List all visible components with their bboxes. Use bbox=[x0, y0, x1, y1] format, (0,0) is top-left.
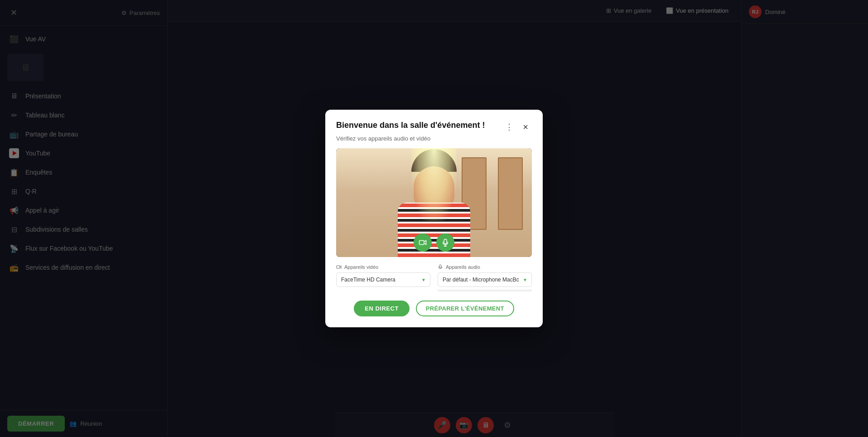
modal-subtitle: Vérifiez vos appareils audio et vidéo bbox=[336, 135, 532, 142]
video-device-select-wrapper: FaceTime HD Camera bbox=[336, 272, 430, 287]
modal-header-actions: ⋮ × bbox=[503, 121, 532, 133]
modal-title: Bienvenue dans la salle d'événement ! bbox=[336, 121, 485, 130]
app-container: ✕ ⚙ Paramètres ⬛ Vue AV 🖥 🖥 Présentation bbox=[0, 0, 868, 437]
room-door-right bbox=[498, 157, 523, 230]
video-device-label: Appareils vidéo bbox=[336, 264, 430, 270]
audio-level-bar bbox=[438, 290, 532, 291]
modal-close-button[interactable]: × bbox=[519, 121, 532, 133]
video-preview-area bbox=[336, 148, 532, 257]
audio-label-text: Appareils audio bbox=[446, 264, 480, 270]
modal-header: Bienvenue dans la salle d'événement ! ⋮ … bbox=[336, 121, 532, 133]
modal-dialog: Bienvenue dans la salle d'événement ! ⋮ … bbox=[325, 110, 543, 327]
audio-device-label: Appareils audio bbox=[438, 264, 532, 270]
video-device-select[interactable]: FaceTime HD Camera bbox=[336, 272, 430, 287]
go-live-button[interactable]: EN DIRECT bbox=[354, 301, 410, 316]
audio-device-select[interactable]: Par défaut - Microphone MacBo... bbox=[438, 272, 532, 287]
video-toggle-button[interactable] bbox=[414, 233, 432, 252]
svg-rect-0 bbox=[420, 241, 424, 245]
prepare-event-button[interactable]: PRÉPARER L'ÉVÉNEMENT bbox=[416, 301, 514, 316]
svg-rect-3 bbox=[337, 266, 340, 268]
video-label-text: Appareils vidéo bbox=[344, 264, 378, 270]
light-beam bbox=[411, 148, 457, 221]
mic-toggle-button[interactable] bbox=[436, 233, 454, 252]
audio-device-select-wrapper: Par défaut - Microphone MacBo... bbox=[438, 272, 532, 287]
video-overlay-controls bbox=[414, 233, 454, 252]
modal-footer: EN DIRECT PRÉPARER L'ÉVÉNEMENT bbox=[336, 301, 532, 316]
device-selection-section: Appareils vidéo FaceTime HD Camera Appar… bbox=[336, 264, 532, 291]
modal-menu-button[interactable]: ⋮ bbox=[503, 121, 516, 133]
audio-device-group: Appareils audio Par défaut - Microphone … bbox=[438, 264, 532, 291]
modal-overlay: Bienvenue dans la salle d'événement ! ⋮ … bbox=[0, 0, 868, 437]
video-device-group: Appareils vidéo FaceTime HD Camera bbox=[336, 264, 430, 291]
